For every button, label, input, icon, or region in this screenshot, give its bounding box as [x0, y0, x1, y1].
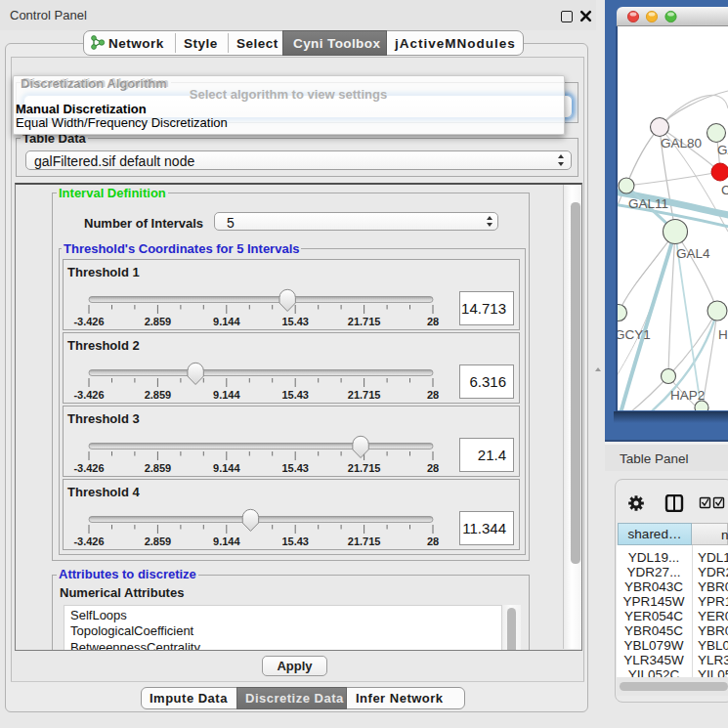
svg-text:GAL80: GAL80	[661, 136, 702, 150]
svg-text:GA: GA	[717, 143, 728, 157]
svg-text:HAP2: HAP2	[670, 388, 705, 403]
svg-text:GAL11: GAL11	[628, 196, 668, 211]
svg-text:GCY1: GCY1	[618, 327, 651, 342]
svg-text:C: C	[721, 183, 728, 197]
svg-text:H: H	[718, 327, 728, 342]
svg-text:GAL4: GAL4	[676, 246, 710, 261]
